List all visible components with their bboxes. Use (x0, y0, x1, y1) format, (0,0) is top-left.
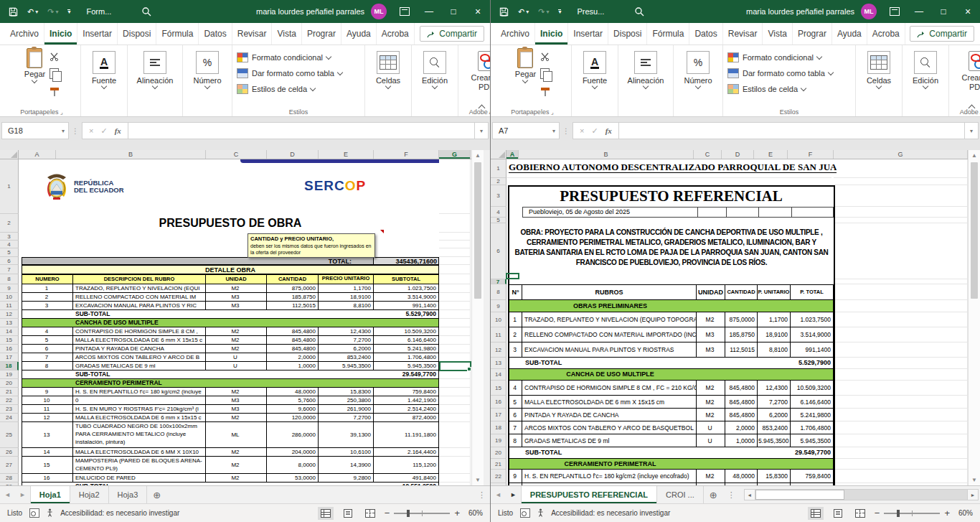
editing-group-button[interactable] (423, 51, 446, 74)
detalle-obra-header[interactable]: DETALLE OBRA (22, 265, 439, 274)
ribbon-tab-vista[interactable]: Vista (272, 23, 301, 45)
name-box[interactable]: G18▾ (1, 122, 69, 139)
zoom-level[interactable]: 60% (954, 509, 973, 517)
cell[interactable]: TUBO CUADRADO NEGRO DE 100x100x2mm PARA … (73, 422, 206, 448)
cell[interactable]: 1 (22, 284, 73, 293)
row-body[interactable] (507, 178, 968, 185)
table-column-header[interactable]: UNIDAD (206, 274, 267, 284)
row-header-18[interactable]: 18 (491, 421, 507, 434)
cell[interactable]: 1,0000 (725, 434, 758, 447)
zoom-slider[interactable] (394, 513, 450, 514)
row-body[interactable]: 8GRADAS METALICAS DE 9 mlU1,00005.945,35… (19, 362, 471, 370)
row-body[interactable]: SUB-TOTAL29.549,7700 (507, 447, 968, 459)
cell[interactable]: 853,2400 (319, 353, 374, 362)
cell[interactable]: 250,3800 (319, 396, 374, 405)
select-all-corner[interactable] (0, 150, 19, 159)
row-body[interactable]: 7ARCOS MIXTOS CON TABLERO Y ARCO DE BASQ… (507, 421, 968, 434)
row-body[interactable]: 1TRAZADO, REPLANTEO Y NIVELACION (EQUIM2… (19, 284, 471, 293)
zoom-slider[interactable] (884, 513, 940, 514)
cell[interactable]: RELLENO COMPACTADO CON MATERIAL IM (73, 293, 206, 302)
expand-formula-icon[interactable]: ▾ (475, 122, 489, 139)
cell[interactable]: EXCAVACION MANUAL PARA PLINTOS Y RIC (73, 302, 206, 310)
row-header-8[interactable]: 8 (491, 284, 507, 300)
row-header-7[interactable]: 7 (0, 265, 19, 274)
row-header-22[interactable]: 22 (0, 396, 19, 405)
col-header-F[interactable]: F (788, 150, 834, 159)
row-body[interactable]: HORMIGON SIMPLE EN ... (507, 483, 968, 485)
cell[interactable]: MALLA ELECTROSOLDADA DE 6 mm x 15x15 c (73, 414, 206, 422)
normal-view-button[interactable] (318, 507, 334, 520)
cell[interactable]: 8 (22, 362, 73, 370)
row-header-21[interactable]: 21 (491, 459, 507, 470)
ribbon-tab-programador[interactable]: Prograr (793, 23, 832, 45)
normal-view-button[interactable] (808, 507, 824, 520)
cell[interactable]: U (206, 362, 267, 370)
cell[interactable]: 10 (22, 396, 73, 405)
cell[interactable]: 185,8750 (725, 327, 758, 342)
cell[interactable]: ML (206, 422, 267, 448)
row-body[interactable]: CANCHA DE USO MULTIPLE (19, 319, 471, 327)
cell[interactable]: 8 (509, 434, 522, 447)
undo-icon[interactable]: ↶▾ (27, 7, 38, 17)
row-body[interactable]: DETALLE OBRA (19, 265, 471, 274)
paste-button[interactable]: Pegar (24, 48, 45, 90)
cell[interactable]: 6.146,6400 (374, 336, 439, 345)
cell[interactable]: 6.146,6400 (791, 396, 834, 409)
next-sheet-icon[interactable]: ► (15, 486, 30, 503)
cell[interactable]: 3.514,9000 (791, 327, 834, 342)
row-body[interactable]: PRESUPUESTO DE OBRA (19, 214, 471, 233)
zoom-in-button[interactable]: + (454, 508, 460, 518)
cell[interactable]: 115,1200 (374, 457, 439, 474)
col-header-C[interactable]: C (206, 150, 267, 159)
cell[interactable]: 5.945,3500 (758, 434, 791, 447)
expand-formula-icon[interactable]: ▾ (965, 122, 979, 139)
ribbon-tab-revisar[interactable]: Revisar (232, 23, 273, 45)
formula-input[interactable] (619, 122, 965, 139)
table-column-header[interactable]: SUBTOTAL (374, 274, 439, 284)
section-row[interactable]: CERRAMIENTO PERIMETRAL (22, 379, 439, 388)
row-body[interactable]: NUMERODESCRIPCION DEL RUBROUNIDADCANTIDA… (19, 274, 471, 284)
cell[interactable]: 845,4800 (725, 409, 758, 421)
row-header-26[interactable]: 26 (0, 448, 19, 457)
conditional-format-button[interactable]: Formato condicional (727, 50, 821, 65)
table-column-header[interactable]: N° (509, 284, 522, 300)
table-column-header[interactable]: CANTIDAD (267, 274, 319, 284)
cell[interactable]: 759,8400 (791, 470, 834, 483)
cell[interactable]: 2 (22, 293, 73, 302)
row-body[interactable]: 14MALLA ELECTROSOLDADA DE 6 MM X 10X10M2… (19, 448, 471, 457)
row-body[interactable]: 9H. S. EN REPLANTILLO f'c= 180 kg/cm2 (i… (19, 388, 471, 396)
cell[interactable]: 5.241,9800 (791, 409, 834, 421)
new-sheet-icon[interactable]: ⊕ (704, 486, 723, 503)
ribbon-tab-inicio[interactable]: Inicio (535, 23, 568, 45)
cell[interactable]: 204,0000 (267, 448, 319, 457)
sheet-tab-presupuesto-referencial[interactable]: PRESUPUESTO REFERENCIAL (521, 486, 657, 503)
cell[interactable] (791, 483, 834, 485)
row-body[interactable]: REPÚBLICADEL ECUADORSERCOP (19, 159, 471, 214)
cell[interactable]: 991,1400 (374, 302, 439, 310)
row-body[interactable]: 1TRAZADO, REPLANTEO Y NIVELACION (EQUIPO… (507, 312, 968, 327)
table-column-header[interactable]: DESCRIPCION DEL RUBRO (73, 274, 206, 284)
avatar[interactable]: ML (861, 4, 877, 19)
cell[interactable]: M2 (206, 336, 267, 345)
conditional-format-button[interactable]: Formato condicional (237, 50, 331, 65)
name-box[interactable]: A7▾ (492, 122, 560, 139)
cell[interactable]: 6 (509, 409, 522, 421)
scroll-left-button[interactable]: ◄ (744, 489, 755, 500)
cell[interactable]: M2 (206, 327, 267, 336)
save-icon[interactable] (499, 7, 509, 17)
ribbon-tab-datos[interactable]: Datos (199, 23, 232, 45)
cell[interactable]: 7,2700 (758, 396, 791, 409)
table-column-header[interactable]: UNIDAD (697, 284, 725, 300)
cell[interactable]: 845,4800 (267, 336, 319, 345)
format-as-table-button[interactable]: Dar formato como tabla (727, 65, 833, 81)
cell[interactable]: 13 (22, 422, 73, 448)
paste-button[interactable]: Pegar (515, 48, 536, 90)
row-body[interactable]: 3EXCAVACION MANUAL PARA PLINTOS Y RIOSTR… (507, 342, 968, 358)
cell[interactable]: 0 (73, 396, 206, 405)
row-body[interactable] (507, 218, 968, 223)
cell[interactable]: 7,2700 (319, 336, 374, 345)
row-header-11[interactable]: 11 (491, 327, 507, 342)
col-header-C[interactable]: C (694, 150, 722, 159)
cut-icon[interactable] (540, 51, 550, 64)
cell[interactable]: M3 (206, 302, 267, 310)
